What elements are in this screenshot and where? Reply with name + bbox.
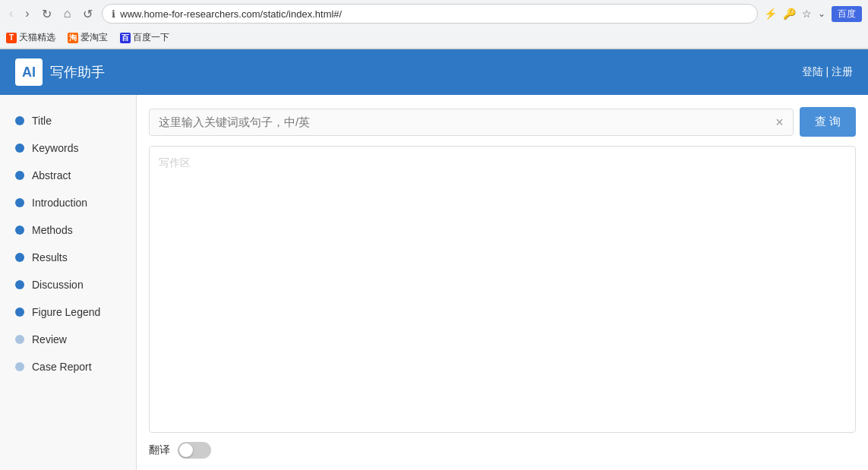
header-login[interactable]: 登陆 | 注册 — [802, 65, 853, 79]
home-button[interactable]: ⌂ — [61, 5, 74, 22]
dot-methods — [15, 226, 24, 235]
fav-label-tianmao: 天猫精选 — [19, 31, 55, 44]
dot-abstract — [15, 171, 24, 180]
baidu-button[interactable]: 百度 — [832, 6, 862, 22]
search-bar: × 查 询 — [149, 107, 856, 137]
sidebar-item-title[interactable]: Title — [0, 107, 136, 134]
browser-toolbar: ‹ › ↻ ⌂ ↺ ℹ www.home-for-researchers.com… — [0, 0, 868, 27]
dot-discussion — [15, 280, 24, 289]
translation-row: 翻译 — [149, 442, 856, 459]
dot-title — [15, 116, 24, 125]
sidebar-item-keywords[interactable]: Keywords — [0, 134, 136, 162]
taobao-icon: 淘 — [68, 33, 78, 43]
sidebar-item-introduction[interactable]: Introduction — [0, 189, 136, 216]
search-input-wrapper: × — [149, 109, 794, 136]
app-logo: AI 写作助手 — [15, 58, 105, 86]
back-button2[interactable]: ↺ — [80, 5, 96, 23]
dot-introduction — [15, 198, 24, 207]
back-button[interactable]: ‹ — [6, 5, 16, 22]
sidebar-label-introduction: Introduction — [32, 197, 87, 209]
sidebar-label-abstract: Abstract — [32, 169, 71, 181]
sidebar-label-discussion: Discussion — [32, 279, 84, 291]
sidebar-item-figure-legend[interactable]: Figure Legend — [0, 298, 136, 326]
fav-item-baidu[interactable]: 百 百度一下 — [120, 31, 169, 44]
sidebar-label-case-report: Case Report — [32, 361, 92, 373]
sidebar-item-abstract[interactable]: Abstract — [0, 162, 136, 189]
address-url: www.home-for-researchers.com/static/inde… — [120, 8, 342, 20]
sidebar-label-methods: Methods — [32, 224, 73, 236]
baidu-fav-icon: 百 — [120, 33, 131, 43]
dot-figure-legend — [15, 308, 24, 317]
toggle-knob — [179, 443, 193, 457]
forward-button[interactable]: › — [22, 5, 32, 22]
key-icon: 🔑 — [783, 8, 796, 20]
translation-label: 翻译 — [149, 443, 170, 457]
dot-results — [15, 253, 24, 262]
content-area: × 查 询 写作区 翻译 — [137, 95, 868, 470]
sidebar-item-results[interactable]: Results — [0, 244, 136, 271]
fav-item-tianmao[interactable]: T 天猫精选 — [6, 31, 55, 44]
browser-chrome: ‹ › ↻ ⌂ ↺ ℹ www.home-for-researchers.com… — [0, 0, 868, 49]
sidebar-item-review[interactable]: Review — [0, 326, 136, 353]
sidebar-label-keywords: Keywords — [32, 142, 78, 154]
toggle-track[interactable] — [178, 442, 211, 459]
clear-button[interactable]: × — [775, 115, 784, 129]
sidebar-item-case-report[interactable]: Case Report — [0, 353, 136, 380]
star-icon[interactable]: ☆ — [802, 8, 812, 20]
sidebar-label-review: Review — [32, 333, 67, 345]
dot-review — [15, 335, 24, 344]
translation-toggle[interactable] — [178, 442, 211, 459]
refresh-button[interactable]: ↻ — [39, 5, 55, 23]
fav-item-taobao[interactable]: 淘 爱淘宝 — [68, 31, 108, 44]
search-button[interactable]: 查 询 — [800, 107, 856, 137]
dot-case-report — [15, 362, 24, 371]
sidebar-item-methods[interactable]: Methods — [0, 216, 136, 244]
writing-placeholder: 写作区 — [159, 156, 191, 169]
fav-label-taobao: 爱淘宝 — [80, 31, 108, 44]
lightning-icon: ⚡ — [764, 8, 777, 20]
logo-icon: AI — [15, 58, 43, 86]
chevron-down-icon[interactable]: ⌄ — [818, 8, 825, 19]
address-bar[interactable]: ℹ www.home-for-researchers.com/static/in… — [102, 4, 758, 24]
writing-area[interactable]: 写作区 — [149, 146, 856, 433]
fav-label-baidu: 百度一下 — [133, 31, 169, 44]
app-header: AI 写作助手 登陆 | 注册 — [0, 49, 868, 95]
app-title: 写作助手 — [50, 63, 105, 81]
sidebar-label-figure-legend: Figure Legend — [32, 306, 100, 318]
sidebar: Title Keywords Abstract Introduction Met… — [0, 95, 137, 470]
search-input[interactable] — [159, 115, 769, 128]
sidebar-label-results: Results — [32, 251, 68, 263]
sidebar-label-title: Title — [32, 115, 52, 127]
tianmao-icon: T — [6, 33, 17, 43]
favorites-bar: T 天猫精选 淘 爱淘宝 百 百度一下 — [0, 27, 868, 49]
sidebar-item-discussion[interactable]: Discussion — [0, 271, 136, 298]
dot-keywords — [15, 144, 24, 153]
main-layout: Title Keywords Abstract Introduction Met… — [0, 95, 868, 470]
info-icon: ℹ — [112, 8, 115, 20]
